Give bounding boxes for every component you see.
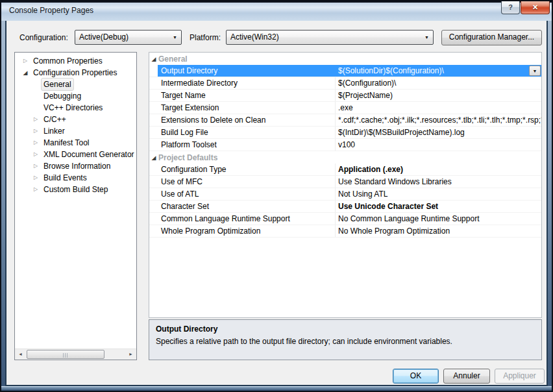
tree: ▷Common Properties◢Configuration Propert…	[15, 55, 136, 349]
tree-item-label: Configuration Properties	[31, 66, 119, 79]
tree-item-custom-build-step[interactable]: ▷Custom Build Step	[15, 184, 136, 195]
property-value[interactable]: Use Unicode Character Set	[335, 201, 541, 212]
property-row-character-set[interactable]: Character SetUse Unicode Character Set	[149, 201, 541, 213]
row-gutter	[149, 164, 158, 175]
tree-horizontal-scrollbar[interactable]: ◄ ►	[15, 349, 136, 360]
row-gutter	[149, 139, 158, 151]
configuration-dropdown[interactable]: Active(Debug) ▼	[75, 30, 182, 45]
property-name: Build Log File	[158, 127, 335, 138]
description-panel: Output Directory Specifies a relative pa…	[149, 319, 542, 360]
cancel-button[interactable]: Annuler	[443, 369, 490, 384]
ok-button[interactable]: OK	[393, 369, 439, 384]
scrollbar-thumb[interactable]	[27, 350, 104, 359]
property-row-target-name[interactable]: Target Name$(ProjectName)	[149, 90, 541, 102]
property-name: Intermediate Directory	[158, 77, 335, 89]
close-icon: ✕	[532, 3, 538, 11]
tree-item-browse-information[interactable]: ▷Browse Information	[15, 160, 136, 172]
tree-item-linker[interactable]: ▷Linker	[15, 125, 136, 137]
scroll-right-icon[interactable]: ►	[125, 349, 136, 360]
tree-item-debugging[interactable]: Debugging	[15, 90, 136, 102]
chevron-down-icon: ▼	[533, 69, 537, 73]
help-button[interactable]: ?	[501, 1, 520, 14]
property-name: Target Extension	[158, 102, 335, 114]
property-grid: ◢GeneralOutput Directory$(SolutionDir)$(…	[149, 52, 542, 318]
platform-label: Platform:	[190, 33, 221, 42]
row-gutter	[149, 176, 158, 188]
property-row-configuration-type[interactable]: Configuration TypeApplication (.exe)	[149, 164, 541, 176]
chevron-collapsed-icon[interactable]: ▷	[31, 114, 41, 125]
chevron-collapsed-icon[interactable]: ▷	[31, 184, 41, 195]
description-title: Output Directory	[156, 325, 535, 334]
configuration-manager-button[interactable]: Configuration Manager...	[441, 30, 542, 45]
help-icon: ?	[508, 3, 513, 11]
grid-section-title: Project Defaults	[158, 152, 217, 164]
scroll-left-icon[interactable]: ◄	[15, 349, 26, 360]
property-value[interactable]: *.cdf;*.cache;*.obj;*.ilk;*.resources;*.…	[335, 114, 541, 126]
window-frame-bottom	[1, 386, 552, 391]
property-row-extensions-to-delete-on-clean[interactable]: Extensions to Delete on Clean*.cdf;*.cac…	[149, 114, 541, 127]
chevron-expanded-icon[interactable]: ◢	[149, 152, 158, 164]
tree-item-xml-document-generator[interactable]: ▷XML Document Generator	[15, 149, 136, 160]
grid-section-project-defaults[interactable]: ◢Project Defaults	[149, 151, 541, 164]
tree-item-label: C/C++	[41, 113, 69, 126]
tree-item-vc-directories[interactable]: VC++ Directories	[15, 102, 136, 114]
tree-item-common-properties[interactable]: ▷Common Properties	[15, 55, 136, 67]
chevron-collapsed-icon[interactable]: ▷	[31, 137, 41, 149]
platform-dropdown[interactable]: Active(Win32) ▼	[226, 30, 434, 45]
grid-section-general[interactable]: ◢General	[149, 53, 541, 65]
chevron-down-icon: ▼	[173, 35, 177, 40]
close-button[interactable]: ✕	[521, 1, 550, 14]
property-row-target-extension[interactable]: Target Extension.exe	[149, 102, 541, 114]
titlebar[interactable]: Console Property Pages ? ✕	[1, 1, 552, 21]
property-value[interactable]: $(SolutionDir)$(Configuration)\▼	[335, 65, 541, 77]
configuration-label: Configuration:	[19, 33, 68, 42]
tree-item-configuration-properties[interactable]: ◢Configuration Properties	[15, 67, 136, 79]
property-row-intermediate-directory[interactable]: Intermediate Directory$(Configuration)\	[149, 77, 541, 90]
tree-item-label: VC++ Directories	[41, 101, 105, 114]
row-gutter	[149, 90, 158, 101]
property-name: Platform Toolset	[158, 139, 335, 151]
property-value[interactable]: .exe	[335, 102, 541, 114]
tree-item-label: Manifest Tool	[41, 136, 92, 149]
property-value[interactable]: No Common Language Runtime Support	[335, 213, 541, 225]
tree-item-general[interactable]: General	[15, 79, 136, 90]
chevron-expanded-icon[interactable]: ◢	[20, 67, 31, 79]
tree-item-label: XML Document Generator	[41, 148, 136, 161]
property-name: Use of MFC	[158, 176, 335, 188]
property-value[interactable]: $(ProjectName)	[335, 90, 541, 101]
tree-item-manifest-tool[interactable]: ▷Manifest Tool	[15, 137, 136, 149]
tree-item-build-events[interactable]: ▷Build Events	[15, 172, 136, 184]
chevron-collapsed-icon[interactable]: ▷	[31, 149, 41, 160]
property-value[interactable]: $(IntDir)\$(MSBuildProjectName).log	[335, 127, 541, 138]
property-value[interactable]: $(Configuration)\	[335, 77, 541, 89]
row-gutter	[149, 114, 158, 126]
property-value[interactable]: Application (.exe)	[335, 164, 541, 175]
property-row-common-language-runtime-support[interactable]: Common Language Runtime SupportNo Common…	[149, 213, 541, 225]
property-row-platform-toolset[interactable]: Platform Toolsetv100	[149, 139, 541, 151]
chevron-expanded-icon[interactable]: ◢	[149, 53, 158, 65]
chevron-collapsed-icon[interactable]: ▷	[20, 55, 31, 67]
property-value[interactable]: No Whole Program Optimization	[335, 225, 541, 237]
window-title: Console Property Pages	[9, 6, 93, 15]
property-row-whole-program-optimization[interactable]: Whole Program OptimizationNo Whole Progr…	[149, 225, 541, 238]
property-value[interactable]: Use Standard Windows Libraries	[335, 176, 541, 188]
grid-section-title: General	[158, 53, 188, 65]
value-dropdown-button[interactable]: ▼	[529, 66, 541, 76]
property-name: Extensions to Delete on Clean	[158, 114, 335, 126]
chevron-collapsed-icon[interactable]: ▷	[31, 160, 41, 172]
property-row-use-of-atl[interactable]: Use of ATLNot Using ATL	[149, 188, 541, 201]
property-value[interactable]: v100	[335, 139, 541, 151]
window-frame-right	[548, 21, 552, 391]
property-row-build-log-file[interactable]: Build Log File$(IntDir)\$(MSBuildProject…	[149, 127, 541, 139]
property-value[interactable]: Not Using ATL	[335, 188, 541, 200]
row-gutter	[149, 65, 158, 77]
row-gutter	[149, 188, 158, 200]
property-row-output-directory[interactable]: Output Directory$(SolutionDir)$(Configur…	[149, 65, 541, 77]
apply-button[interactable]: Appliquer	[495, 369, 545, 384]
row-gutter	[149, 213, 158, 225]
property-row-use-of-mfc[interactable]: Use of MFCUse Standard Windows Libraries	[149, 176, 541, 188]
tree-item-c-c[interactable]: ▷C/C++	[15, 114, 136, 125]
chevron-collapsed-icon[interactable]: ▷	[31, 172, 41, 184]
row-gutter	[149, 102, 158, 114]
chevron-collapsed-icon[interactable]: ▷	[31, 125, 41, 137]
